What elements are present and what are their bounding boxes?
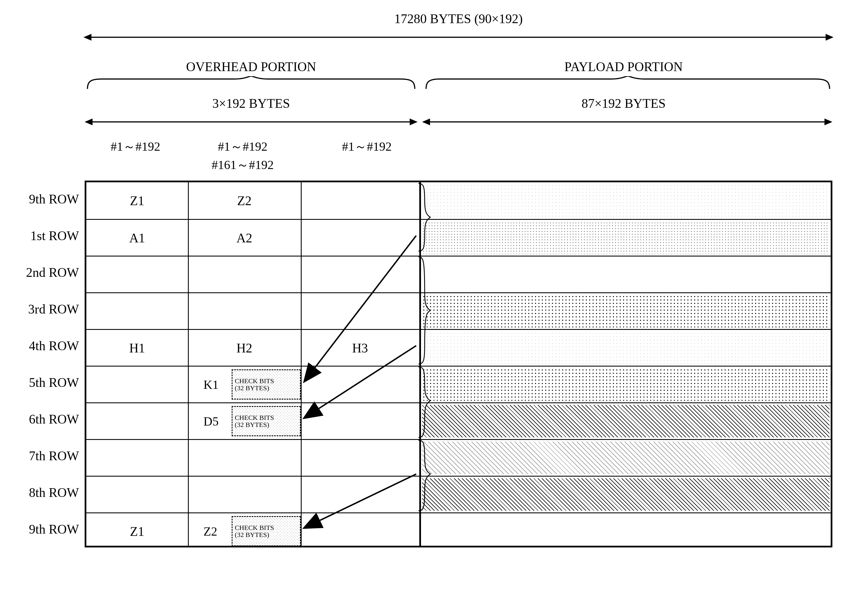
total-bytes-label: 17280 BYTES (90×192) (394, 11, 523, 26)
overhead-brace (85, 76, 418, 90)
table-row: H1 H2 H3 (86, 329, 831, 366)
payload-cell (422, 221, 830, 254)
col2-range-bot: #161～#192 (212, 156, 274, 173)
table-row: Z1 Z2 CHECK BITS(32 BYTES) (86, 512, 831, 549)
cell-c2: K1 (203, 377, 219, 392)
overhead-bytes: 3×192 BYTES (212, 96, 290, 111)
table-row (86, 292, 831, 329)
payload-cell (422, 368, 830, 401)
cell-c2: Z2 (203, 524, 217, 538)
table-row: K1 CHECK BITS(32 BYTES) (86, 366, 831, 403)
check-bits-label: CHECK BITS(32 BYTES) (235, 377, 274, 391)
cell-c2: Z2 (237, 193, 251, 208)
payload-cell (422, 295, 830, 328)
payload-cell (422, 515, 830, 547)
row-label: 8th ROW (29, 474, 79, 511)
overhead-width-arrow (86, 121, 416, 122)
frame-table: Z1 Z2 A1 A2 (85, 180, 832, 547)
row-label: 5th ROW (29, 364, 79, 401)
row-label: 9th ROW (29, 511, 79, 547)
cell-c1: A1 (129, 230, 145, 245)
check-bits-box: CHECK BITS(32 BYTES) (232, 516, 301, 546)
check-bits-box: CHECK BITS(32 BYTES) (232, 406, 301, 436)
col3-range: #1～#192 (342, 138, 392, 155)
overhead-title: OVERHEAD PORTION (186, 59, 316, 74)
col1-range: #1～#192 (111, 138, 160, 155)
row-label: 6th ROW (29, 401, 79, 437)
payload-cell (422, 405, 830, 437)
table-row: D5 CHECK BITS(32 BYTES) (86, 403, 831, 439)
table-row (86, 439, 831, 476)
table-row (86, 476, 831, 512)
payload-width-arrow (423, 121, 831, 122)
payload-brace (423, 76, 832, 90)
table-row: Z1 Z2 (86, 182, 831, 219)
col2-range-top: #1～#192 (218, 138, 268, 155)
check-bits-box: CHECK BITS(32 BYTES) (232, 370, 301, 400)
payload-cell (422, 442, 830, 474)
payload-cell (422, 332, 830, 364)
payload-title: PAYLOAD PORTION (564, 59, 683, 74)
row-label: 9th ROW (29, 180, 79, 217)
cell-c2: H2 (236, 340, 252, 355)
payload-cell (422, 478, 830, 511)
cell-c1: Z1 (130, 193, 144, 208)
row-label: 4th ROW (29, 328, 79, 364)
cell-c1: H1 (129, 340, 145, 355)
cell-c2: A2 (236, 230, 252, 245)
row-label: 1st ROW (30, 217, 79, 254)
cell-c1: Z1 (130, 524, 144, 539)
table-row (86, 255, 831, 292)
row-label: 2nd ROW (26, 254, 79, 291)
check-bits-label: CHECK BITS(32 BYTES) (235, 414, 274, 428)
table-row: A1 A2 (86, 219, 831, 255)
frame-structure-diagram: 17280 BYTES (90×192) OVERHEAD PORTION PA… (85, 0, 846, 578)
payload-cell (422, 184, 830, 217)
payload-bytes: 87×192 BYTES (582, 96, 666, 111)
row-label: 3rd ROW (28, 291, 79, 328)
row-label: 7th ROW (29, 437, 79, 474)
payload-cell (422, 258, 830, 291)
cell-c2: D5 (203, 414, 219, 428)
cell-c3: H3 (352, 340, 368, 355)
total-width-arrow (85, 37, 832, 38)
check-bits-label: CHECK BITS(32 BYTES) (235, 524, 274, 538)
